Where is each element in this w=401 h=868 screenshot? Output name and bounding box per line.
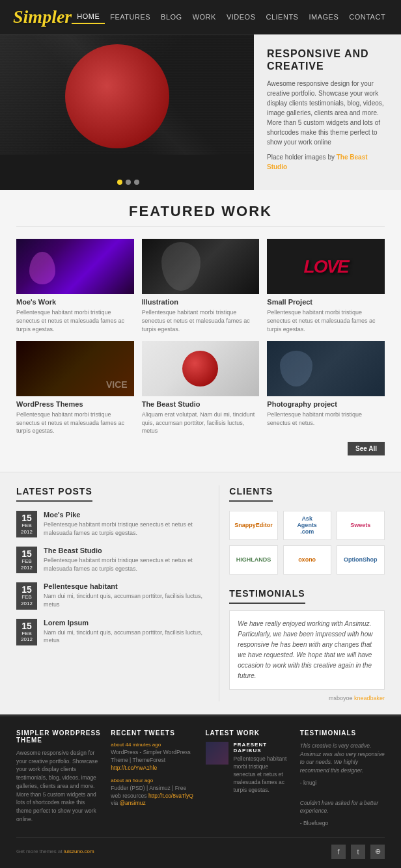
client-ask: AskAgents.com bbox=[283, 511, 331, 540]
post-item-4: 15 FEB 2012 Lorem Ipsum Nam dui mi, tinc… bbox=[16, 619, 206, 645]
footer-col-theme-title: SIMPLER WORDPRESS THEME bbox=[16, 729, 101, 744]
work-desc-5: Aliquam erat volutpat. Nam dui mi, tinci… bbox=[142, 411, 260, 435]
post-title-2[interactable]: The Beast Studio bbox=[44, 547, 206, 554]
two-col-section: LATEST POSTS 15 FEB 2012 Moe's Pike Pell… bbox=[0, 472, 401, 714]
work-desc-2: Pellentesque habitant morbi tristique se… bbox=[142, 308, 260, 333]
testimonials-title: TESTIMONIALS bbox=[229, 588, 305, 604]
logo: Simpler bbox=[13, 7, 72, 27]
footer: SIMPLER WORDPRESS THEME Awesome responsi… bbox=[0, 714, 401, 868]
main-nav: HOME FEATURES BLOG WORK VIDEOS CLIENTS I… bbox=[72, 10, 391, 24]
footer-col-testimonials: TESTIMONIALS This creative is very creat… bbox=[300, 729, 385, 828]
work-thumb-img-6 bbox=[267, 341, 385, 396]
nav-images[interactable]: IMAGES bbox=[303, 10, 344, 23]
work-item-1: Moe's Work Pellentesque habitant morbi t… bbox=[16, 239, 134, 333]
nav-features[interactable]: FEATURES bbox=[105, 10, 156, 23]
work-thumb-img-3: LOVE bbox=[267, 239, 385, 294]
post-content-1: Moe's Pike Pellentesque habitant morbi t… bbox=[44, 511, 206, 537]
footer-tweet-1: about 44 minutes ago WordPress - Simpler… bbox=[111, 742, 195, 772]
nav-home[interactable]: HOME bbox=[72, 10, 105, 24]
featured-work-section: FEATURED WORK Moe's Work Pellentesque ha… bbox=[0, 190, 401, 472]
hero-dot-1[interactable] bbox=[117, 180, 122, 185]
nav-work[interactable]: WORK bbox=[187, 10, 221, 23]
see-all-button[interactable]: See All bbox=[348, 442, 385, 455]
nav-blog[interactable]: BLOG bbox=[156, 10, 187, 23]
facebook-icon[interactable]: f bbox=[331, 845, 346, 859]
featured-work-title: FEATURED WORK bbox=[16, 203, 385, 227]
post-title-3[interactable]: Pellentesque habitant bbox=[44, 582, 206, 590]
work-thumb-img-1 bbox=[16, 239, 134, 294]
nav-contact[interactable]: CONTACT bbox=[344, 10, 391, 23]
footer-work-author: Praesent dapibus bbox=[234, 742, 290, 753]
footer-col-testimonials-title: TESTIMONIALS bbox=[300, 729, 385, 737]
work-desc-4: Pellentesque habitant morbi tristique se… bbox=[16, 411, 134, 435]
work-item-2: Illustration Pellentesque habitant morbi… bbox=[142, 239, 260, 333]
work-title-2: Illustration bbox=[142, 298, 260, 306]
twitter-icon[interactable]: t bbox=[351, 845, 365, 859]
work-thumb-1[interactable] bbox=[16, 239, 134, 294]
work-thumb-3[interactable]: LOVE bbox=[267, 239, 385, 294]
work-thumb-6[interactable] bbox=[267, 341, 385, 396]
footer-work-desc: Pellentesque habitant morbi tristique se… bbox=[234, 755, 290, 794]
footer-grid: SIMPLER WORDPRESS THEME Awesome responsi… bbox=[16, 729, 385, 828]
footer-col-work-title: LATEST WORK bbox=[206, 729, 290, 737]
footer-testimonial-2: Couldn't have asked for a better experie… bbox=[300, 799, 385, 816]
footer-work-item: Praesent dapibus Pellentesque habitant m… bbox=[206, 742, 290, 794]
footer-theme-text: Awesome responsive design for your creat… bbox=[16, 749, 101, 824]
post-item-3: 15 FEB 2012 Pellentesque habitant Nam du… bbox=[16, 582, 206, 609]
tweet-link-1[interactable]: http://t.co/YwA1hle bbox=[111, 765, 157, 771]
testimonial-box: We have really enjoyed working with Ansi… bbox=[229, 610, 385, 690]
footer-testimonial-credit-1: - knugi bbox=[300, 779, 385, 787]
work-item-6: Photography project Pellentesque habitan… bbox=[267, 341, 385, 435]
nav-videos[interactable]: VIDEOS bbox=[221, 10, 261, 23]
testimonial-author-link[interactable]: kneadbaker bbox=[354, 695, 385, 701]
client-option: OptionShop bbox=[337, 545, 385, 575]
footer-col-work: LATEST WORK Praesent dapibus Pellentesqu… bbox=[206, 729, 290, 828]
tweet-time-2: about an hour ago bbox=[111, 778, 195, 783]
latest-posts-column: LATEST POSTS 15 FEB 2012 Moe's Pike Pell… bbox=[16, 485, 219, 701]
footer-col-tweets: RECENT TWEETS about 44 minutes ago WordP… bbox=[111, 729, 195, 828]
footer-credit-link[interactable]: luiszuno.com bbox=[64, 848, 94, 854]
testimonial-quote: We have really enjoyed working with Ansi… bbox=[238, 619, 376, 681]
testimonials-section: TESTIMONIALS We have really enjoyed work… bbox=[229, 588, 385, 701]
work-thumb-2[interactable] bbox=[142, 239, 260, 294]
footer-testimonial-1: This creative is very creative. Ansimuz … bbox=[300, 742, 385, 775]
client-oxono: oxono bbox=[283, 545, 331, 575]
client-snappy: SnappyEditor bbox=[229, 511, 277, 540]
tweet-text-2: Fudder (PSD) | Ansimuz | Free web resour… bbox=[111, 785, 195, 808]
hero-dots bbox=[117, 180, 139, 185]
hero-title: RESPONSIVE ANDCREATIVE bbox=[267, 47, 388, 72]
post-year-1: 2012 bbox=[21, 529, 33, 536]
work-desc-3: Pellentesque habitant morbi tristique se… bbox=[267, 308, 385, 333]
work-title-3: Small Project bbox=[267, 298, 385, 306]
footer-work-thumb bbox=[206, 742, 228, 765]
hero-dot-3[interactable] bbox=[134, 180, 139, 185]
work-thumb-5[interactable] bbox=[142, 341, 260, 396]
footer-social: f t ⊕ bbox=[331, 845, 385, 859]
post-excerpt-3: Nam dui mi, tincidunt quis, accumsan por… bbox=[44, 592, 206, 608]
rss-icon[interactable]: ⊕ bbox=[370, 845, 385, 859]
work-grid: Moe's Work Pellentesque habitant morbi t… bbox=[16, 239, 385, 435]
tweet-via-link-2[interactable]: @ansimuz bbox=[119, 800, 145, 806]
work-thumb-4[interactable] bbox=[16, 341, 134, 396]
post-date-2: 15 FEB 2012 bbox=[16, 547, 37, 573]
hero-section: RESPONSIVE ANDCREATIVE Awesome responsiv… bbox=[0, 34, 401, 190]
post-excerpt-4: Nam dui mi, tincidunt quis, accumsan por… bbox=[44, 629, 206, 645]
see-all-wrapper: See All bbox=[16, 435, 385, 465]
tweet-link-2[interactable]: http://t.co/8vaTlyQ bbox=[148, 793, 193, 799]
post-excerpt-2: Pellentesque habitant morbi tristique se… bbox=[44, 556, 206, 573]
hero-content: RESPONSIVE ANDCREATIVE Awesome responsiv… bbox=[254, 34, 401, 190]
client-sweets: Sweets bbox=[337, 511, 385, 540]
nav-clients[interactable]: CLIENTS bbox=[260, 10, 303, 23]
footer-work-thumb-inner bbox=[206, 742, 228, 765]
work-thumb-img-2 bbox=[142, 239, 260, 294]
work-title-1: Moe's Work bbox=[16, 298, 134, 306]
footer-bottom: Get more themes at luiszuno.com f t ⊕ bbox=[16, 837, 385, 859]
right-column: CLIENTS SnappyEditor AskAgents.com Sweet… bbox=[219, 485, 385, 701]
post-title-4[interactable]: Lorem Ipsum bbox=[44, 619, 206, 627]
footer-credit: Get more themes at luiszuno.com bbox=[16, 848, 94, 854]
work-item-3: LOVE Small Project Pellentesque habitant… bbox=[267, 239, 385, 333]
hero-circle-decoration bbox=[65, 44, 169, 148]
main-content: FEATURED WORK Moe's Work Pellentesque ha… bbox=[0, 190, 401, 714]
post-title-1[interactable]: Moe's Pike bbox=[44, 511, 206, 519]
hero-dot-2[interactable] bbox=[126, 180, 131, 185]
